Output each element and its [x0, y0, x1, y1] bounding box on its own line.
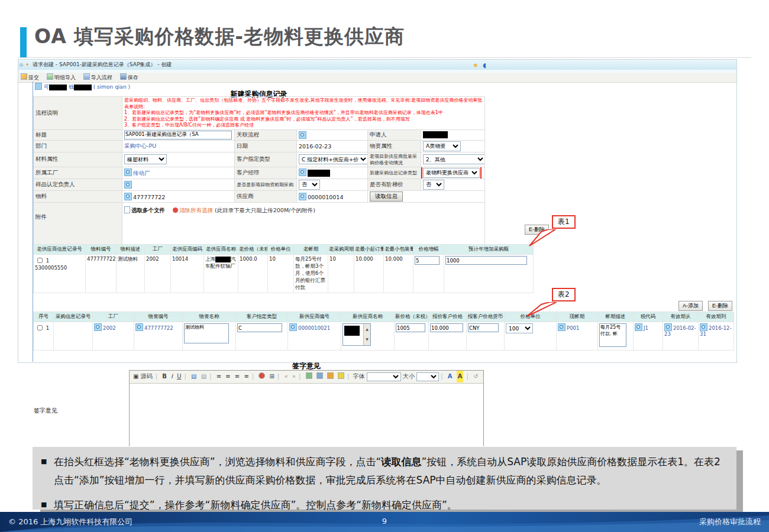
undo-button[interactable]: ↺ [473, 371, 478, 382]
flow-import-icon [83, 73, 90, 80]
record-type-select[interactable]: 老物料更换供应商 [423, 168, 480, 178]
search-icon[interactable] [558, 323, 566, 331]
search-icon[interactable] [124, 193, 132, 200]
favorite-star-icon[interactable]: ★ [473, 60, 479, 70]
signature-textarea[interactable] [130, 384, 483, 447]
search-icon[interactable] [700, 323, 707, 331]
link-icon[interactable] [338, 372, 344, 379]
indent-button[interactable]: » [292, 371, 296, 382]
emoticon-icon[interactable] [327, 372, 334, 379]
column-header: 老帐期 [294, 245, 328, 255]
redaction [215, 257, 231, 262]
search-icon[interactable] [289, 323, 297, 331]
terms-desc-textarea[interactable]: 每月25号付款. 帐 [599, 323, 626, 347]
column-header: 新供应商名称 [341, 312, 395, 322]
search-icon[interactable] [299, 131, 306, 139]
bold-button[interactable]: B [162, 371, 167, 382]
submit-button[interactable]: 提交 [21, 73, 39, 82]
align-justify-button[interactable]: ≡ [244, 371, 248, 382]
font-select[interactable] [367, 372, 401, 381]
search-icon[interactable] [94, 323, 102, 331]
column-header: 物资编号 [134, 312, 183, 322]
title-input[interactable] [124, 131, 232, 140]
clear-selection-button[interactable]: 清除所有选择 [179, 207, 213, 213]
supplier-value: 0000010014 [308, 194, 343, 200]
outdent-button[interactable]: « [285, 371, 288, 382]
search-icon[interactable] [124, 181, 132, 189]
search-icon[interactable] [635, 323, 642, 331]
table-row: 15300005550 477777722 测试物料 2002 10014 上海… [34, 255, 534, 293]
detail-import-button[interactable]: 明细导入 [47, 73, 76, 82]
department-link[interactable]: 采购中心-PU [124, 142, 156, 149]
search-icon[interactable] [299, 193, 306, 200]
read-info-button[interactable]: 读取信息 [370, 192, 403, 202]
column-header: 报价客户价格 [429, 312, 467, 322]
detail-import-icon [47, 73, 53, 80]
highlight-color-button[interactable]: A [457, 371, 464, 382]
new-supplier-name-textarea[interactable]: ▲▼ [343, 323, 371, 346]
signature-editor: ▣ 源码| B I U| ▤ ▤| ≡ ≡ ≡ ≡| ⊞| « »| | 字体 … [129, 370, 484, 446]
column-header: 物料描述 [117, 245, 145, 255]
price-increase-input[interactable] [415, 256, 440, 265]
ladder-price-select[interactable]: 否 [423, 180, 444, 190]
new-price-input[interactable] [396, 323, 425, 332]
no-entry-icon[interactable] [259, 372, 265, 379]
column-header: 报客户价格货币 [467, 312, 505, 322]
row-checkbox[interactable] [37, 325, 43, 330]
ime-icon[interactable]: ◖ [483, 60, 486, 70]
material-prop-select[interactable]: 橡塑材料 [124, 154, 167, 164]
text-color-button[interactable]: A [448, 371, 453, 382]
align-center-button[interactable]: ≡ [225, 371, 230, 382]
size-select[interactable] [416, 372, 439, 381]
paste-word-icon[interactable] [316, 372, 323, 379]
search-icon[interactable] [135, 323, 143, 331]
image-button[interactable]: ▤ [191, 371, 196, 382]
table2-callout: 表2 [552, 288, 576, 301]
search-icon[interactable] [124, 168, 132, 176]
flow-import-button[interactable]: 导入流程 [83, 73, 112, 82]
scrollbar[interactable]: ▲▼ [363, 324, 370, 345]
column-header: 新价格（未税） [395, 312, 429, 322]
new-project-select[interactable]: 否 [299, 180, 320, 190]
table-button[interactable]: ⊞ [270, 371, 274, 382]
material-attr-select[interactable]: A类物资 [423, 141, 461, 151]
pick-files-button[interactable]: 选取多个文件 [124, 207, 165, 213]
save-button[interactable]: 保存 [120, 73, 138, 82]
quote-currency-input[interactable] [468, 323, 499, 332]
factory-link[interactable]: 传动厂 [133, 170, 150, 176]
align-right-button[interactable]: ≡ [235, 371, 240, 382]
table2-delete-button[interactable]: E-删除 [708, 301, 732, 311]
field-label: 客户经理 [235, 167, 297, 179]
search-icon[interactable] [299, 168, 306, 176]
paste-icon[interactable] [306, 372, 312, 379]
annual-add-input[interactable] [445, 256, 527, 265]
search-icon[interactable] [664, 323, 672, 331]
column-header: 物料编号 [86, 245, 117, 255]
old-project-change-select[interactable]: 2、其他 [423, 154, 485, 164]
column-header: 客户指定类型 [236, 312, 288, 322]
source-button[interactable]: ▣ 源码 [133, 371, 153, 382]
image-locked-button[interactable]: ▤ [201, 371, 206, 382]
customer-type-select[interactable]: C 指定材料+供应商+价格 [299, 154, 368, 164]
quote-price-input[interactable] [430, 323, 463, 332]
material-name-textarea[interactable]: 测试物料 [184, 323, 229, 343]
field-label: 申请人 [368, 129, 421, 140]
file-icon [124, 206, 130, 213]
clear-selection-icon[interactable] [173, 207, 178, 213]
flow-note-line: 若采购组织、物料、供应商、工厂、信息类别（包括标准、外协）五个字段都不发生改变,… [124, 98, 483, 104]
italic-button[interactable]: I [171, 371, 173, 382]
row-checkbox[interactable] [37, 258, 43, 263]
customer-type-input[interactable] [237, 323, 282, 332]
align-left-button[interactable]: ≡ [217, 371, 221, 382]
price-unit-select[interactable]: 100 [506, 323, 533, 333]
column-header: 新供应商编号 [288, 312, 341, 322]
column-header: 老供应商名称 [204, 245, 238, 255]
shortcut-icon: ✶ [24, 60, 30, 70]
underline-button[interactable]: U [177, 371, 181, 382]
request-form: 流程说明 若采购组织、物料、供应商、工厂、信息类别（包括标准、外协）五个字段都不… [33, 96, 485, 249]
column-header: 现帐期 [557, 312, 598, 322]
redo-button[interactable]: ↻ [483, 371, 483, 382]
date-value: 2016-02-23 [299, 143, 331, 150]
table2-add-button[interactable]: A-添加 [678, 301, 703, 311]
field-label: 物料 [34, 190, 122, 202]
